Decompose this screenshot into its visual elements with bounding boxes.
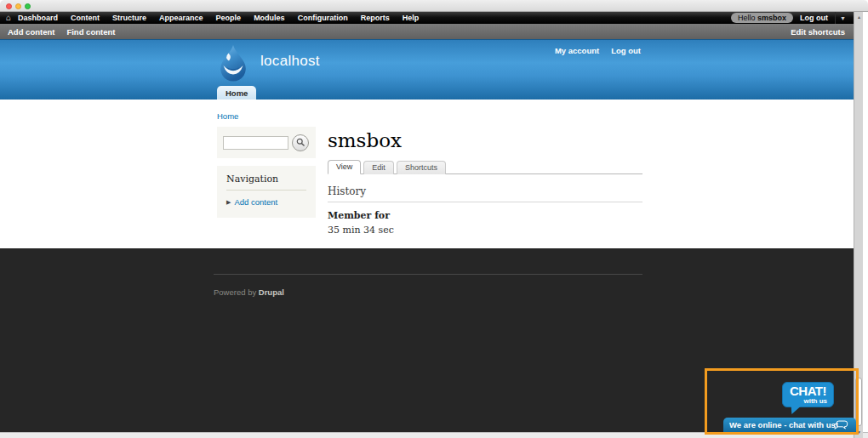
toolbar-item-appearance[interactable]: Appearance <box>159 14 203 22</box>
toolbar-toggle-button[interactable]: ▼ <box>835 12 850 24</box>
toolbar-item-reports[interactable]: Reports <box>361 14 390 22</box>
search-input[interactable] <box>223 136 288 150</box>
toolbar-item-help[interactable]: Help <box>403 14 420 22</box>
shortcut-add-content[interactable]: Add content <box>8 27 54 37</box>
breadcrumb[interactable]: Home <box>217 111 238 121</box>
powered-by-prefix: Powered by <box>214 287 259 297</box>
menu-expand-arrow-icon: ▶ <box>226 199 231 206</box>
window-close-icon[interactable] <box>6 3 12 9</box>
window-titlebar <box>0 0 868 12</box>
tab-edit[interactable]: Edit <box>363 161 394 174</box>
toolbar-item-dashboard[interactable]: Dashboard <box>18 14 58 22</box>
window-zoom-icon[interactable] <box>25 3 31 9</box>
header-logout-link[interactable]: Log out <box>611 46 641 55</box>
toolbar-logout-link[interactable]: Log out <box>800 14 828 22</box>
drupal-logo-icon[interactable] <box>216 44 250 82</box>
sidebar: Navigation ▶ Add content <box>217 127 316 218</box>
nav-item-label: Add content <box>234 197 277 207</box>
admin-toolbar: ⌂ Dashboard Content Structure Appearance… <box>0 12 854 24</box>
main-content: smsbox View Edit Shortcuts History Membe… <box>328 127 642 236</box>
toolbar-item-modules[interactable]: Modules <box>254 14 285 22</box>
primary-tabs: View Edit Shortcuts <box>328 159 642 174</box>
toolbar-item-people[interactable]: People <box>216 14 242 22</box>
search-button[interactable] <box>292 134 309 151</box>
navigation-block: Navigation ▶ Add content <box>217 166 316 218</box>
shortcut-find-content[interactable]: Find content <box>66 27 115 37</box>
chat-widget-highlight: CHAT! with us We are online - chat with … <box>705 368 859 435</box>
main-menu-home-tab[interactable]: Home <box>217 86 256 100</box>
toolbar-item-structure[interactable]: Structure <box>112 14 146 22</box>
powered-by-text: Powered by Drupal <box>214 287 642 297</box>
tab-shortcuts[interactable]: Shortcuts <box>397 161 446 174</box>
edit-shortcuts-link[interactable]: Edit shortcuts <box>791 27 845 37</box>
logged-in-user-badge[interactable]: Hello smsbox <box>731 13 793 23</box>
site-header: localhost My account Log out Home <box>0 39 854 100</box>
scroll-up-icon[interactable]: ▲ <box>854 12 864 22</box>
chat-bubble-tail <box>788 406 801 414</box>
navigation-block-title: Navigation <box>226 173 306 191</box>
tab-view[interactable]: View <box>328 160 361 174</box>
toolbar-item-configuration[interactable]: Configuration <box>298 14 348 22</box>
history-section-title: History <box>328 185 642 202</box>
toolbar-item-content[interactable]: Content <box>71 14 100 22</box>
drupal-link[interactable]: Drupal <box>259 287 284 297</box>
page-content: Home Navigation ▶ Add content <box>0 100 854 248</box>
chat-bubble-subtitle: with us <box>783 398 833 405</box>
chat-status-bar[interactable]: We are online - chat with us! <box>723 418 856 432</box>
greeting-text: Hello <box>738 14 756 22</box>
site-name-link[interactable]: localhost <box>260 53 320 70</box>
search-icon <box>296 138 306 147</box>
footer-divider <box>214 274 642 275</box>
chevron-down-icon: ▼ <box>840 15 846 21</box>
chat-bubbles-icon <box>833 420 848 430</box>
shortcut-bar: Add content Find content Edit shortcuts <box>0 24 854 39</box>
member-for-label: Member for <box>328 210 642 221</box>
member-for-value: 35 min 34 sec <box>328 225 642 236</box>
search-block <box>217 127 316 158</box>
chat-bubble-title: CHAT! <box>783 384 833 398</box>
my-account-link[interactable]: My account <box>555 46 599 55</box>
window-minimize-icon[interactable] <box>15 3 21 9</box>
username-text: smsbox <box>757 14 786 22</box>
browser-window: ⌂ Dashboard Content Structure Appearance… <box>0 0 868 438</box>
chat-status-text: We are online - chat with us! <box>729 420 838 429</box>
page-title: smsbox <box>328 129 642 151</box>
chat-with-us-bubble[interactable]: CHAT! with us <box>782 382 834 407</box>
nav-item-add-content[interactable]: ▶ Add content <box>226 197 306 207</box>
home-icon[interactable]: ⌂ <box>0 14 18 22</box>
